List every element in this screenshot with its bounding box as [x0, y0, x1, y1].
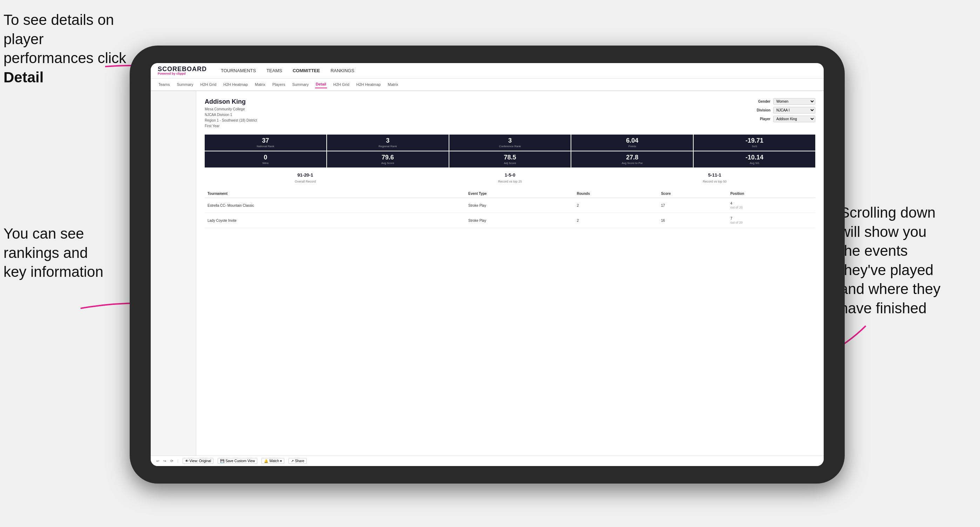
- subnav-h2hheatmap1[interactable]: H2H Heatmap: [223, 81, 248, 88]
- division-select[interactable]: NJCAA I: [773, 107, 815, 114]
- subnav-summary1[interactable]: Summary: [176, 81, 194, 88]
- record-item: 5-11-1Record vs top 50: [614, 172, 815, 184]
- player-control: Player Addison King: [753, 116, 815, 122]
- scoreboard-logo: SCOREBOARD Powered by clippd: [158, 66, 207, 75]
- subnav-h2hgrid2[interactable]: H2H Grid: [332, 81, 350, 88]
- cell-score: 17: [658, 198, 728, 213]
- subnav-players[interactable]: Players: [272, 81, 286, 88]
- player-select-label: Player: [753, 117, 770, 121]
- share-label: Share: [295, 459, 304, 463]
- subnav-matrix2[interactable]: Matrix: [387, 81, 399, 88]
- toolbar-redo-icon[interactable]: ↪: [163, 459, 166, 463]
- col-tournament: Tournament: [205, 190, 440, 198]
- cell-tournament: Lady Coyote Invite: [205, 213, 440, 228]
- stat-cell: 3Conference Rank: [449, 135, 571, 151]
- tablet-screen: SCOREBOARD Powered by clippd TOURNAMENTS…: [151, 63, 824, 466]
- cell-rounds: 2: [574, 198, 658, 213]
- subnav-summary2[interactable]: Summary: [292, 81, 310, 88]
- record-item: 91-20-1Overall Record: [205, 172, 406, 184]
- stat-cell: 37National Rank: [205, 135, 326, 151]
- save-custom-label: Save Custom View: [225, 459, 255, 463]
- player-header: Addison King Mesa Community College NJCA…: [205, 98, 815, 129]
- stat-cell: 78.5Adj Score: [449, 151, 571, 167]
- table-row[interactable]: Estrella CC- Mountain Classic Stroke Pla…: [205, 198, 815, 213]
- logo-title: SCOREBOARD: [158, 66, 207, 72]
- cell-tournament: Estrella CC- Mountain Classic: [205, 198, 440, 213]
- annotation-top-left-bold: Detail: [3, 69, 43, 86]
- player-year: First Year: [205, 123, 257, 129]
- nav-teams[interactable]: TEAMS: [266, 68, 282, 73]
- nav-committee[interactable]: COMMITTEE: [293, 68, 320, 73]
- player-select[interactable]: Addison King: [773, 116, 815, 122]
- main-nav: TOURNAMENTS TEAMS COMMITTEE RANKINGS: [221, 68, 354, 73]
- stat-cell: 27.8Avg Score to Par: [571, 151, 693, 167]
- annotation-right-3: the events: [840, 243, 908, 259]
- cell-event-type: Stroke Play: [466, 213, 574, 228]
- cell-position: 7out of 20: [728, 213, 815, 228]
- subnav-h2hheatmap2[interactable]: H2H Heatmap: [356, 81, 382, 88]
- app-header: SCOREBOARD Powered by clippd TOURNAMENTS…: [151, 63, 824, 78]
- save-custom-btn[interactable]: 💾 Save Custom View: [218, 458, 257, 464]
- table-row[interactable]: Lady Coyote Invite Stroke Play 2 16 7out…: [205, 213, 815, 228]
- annotation-right-5: and where they: [840, 281, 940, 297]
- gender-control: Gender Women Men: [753, 98, 815, 105]
- annotation-right: Scrolling down will show you the events …: [840, 203, 973, 318]
- logo-powered: Powered by clippd: [158, 72, 207, 75]
- annotation-right-1: Scrolling down: [840, 204, 935, 221]
- stat-cell: 79.6Avg Score: [327, 151, 449, 167]
- subnav-teams[interactable]: Teams: [158, 81, 170, 88]
- nav-tournaments[interactable]: TOURNAMENTS: [221, 68, 256, 73]
- col-score: Score: [658, 190, 728, 198]
- stat-cell: 0Wins: [205, 151, 326, 167]
- division-control: Division NJCAA I: [753, 107, 815, 114]
- annotation-right-2: will show you: [840, 224, 926, 240]
- player-division: NJCAA Division 1: [205, 112, 257, 118]
- stat-cell: 3Regional Rank: [327, 135, 449, 151]
- annotation-right-4: they've played: [840, 262, 933, 278]
- tablet-frame: SCOREBOARD Powered by clippd TOURNAMENTS…: [130, 46, 845, 484]
- stats-row1: 37National Rank3Regional Rank3Conference…: [205, 135, 815, 151]
- col-empty: [440, 190, 466, 198]
- subnav-h2hgrid1[interactable]: H2H Grid: [199, 81, 217, 88]
- toolbar-refresh-icon[interactable]: ⟳: [170, 459, 173, 463]
- toolbar-undo-icon[interactable]: ↩: [156, 459, 159, 463]
- subnav-detail[interactable]: Detail: [315, 81, 327, 88]
- annotation-bottom-left: You can see rankings and key information: [3, 224, 130, 282]
- player-name: Addison King: [205, 98, 257, 105]
- cell-event-type: Stroke Play: [466, 198, 574, 213]
- annotation-bottom-left-1: You can see: [3, 225, 84, 242]
- tournament-table: Tournament Event Type Rounds Score Posit…: [205, 190, 815, 228]
- record-item: 1-5-0Record vs top 25: [409, 172, 611, 184]
- content-area: Addison King Mesa Community College NJCA…: [196, 91, 824, 456]
- gender-select[interactable]: Women Men: [773, 98, 815, 105]
- annotation-bottom-left-2: rankings and: [3, 244, 88, 261]
- sub-nav: Teams Summary H2H Grid H2H Heatmap Matri…: [151, 78, 824, 91]
- player-info: Addison King Mesa Community College NJCA…: [205, 98, 257, 129]
- save-icon: 💾: [220, 459, 224, 463]
- col-event-type: Event Type: [466, 190, 574, 198]
- annotation-top-left-text: To see details on player performances cl…: [3, 11, 126, 66]
- player-college: Mesa Community College: [205, 106, 257, 112]
- watch-chevron: ▾: [280, 459, 282, 463]
- player-controls: Gender Women Men Division NJCAA I: [753, 98, 815, 129]
- cell-score: 16: [658, 213, 728, 228]
- records-section: 91-20-1Overall Record1-5-0Record vs top …: [205, 172, 815, 184]
- nav-rankings[interactable]: RANKINGS: [331, 68, 354, 73]
- stats-row2: 0Wins79.6Avg Score78.5Adj Score27.8Avg S…: [205, 151, 815, 167]
- share-btn[interactable]: ↗ Share: [288, 458, 307, 464]
- annotation-bottom-left-3: key information: [3, 264, 103, 280]
- subnav-matrix1[interactable]: Matrix: [254, 81, 266, 88]
- stat-cell: -10.14Avg SG: [694, 151, 815, 167]
- watch-label: Watch: [269, 459, 279, 463]
- left-sidebar: [151, 91, 196, 456]
- annotation-right-6: have finished: [840, 300, 927, 316]
- player-region: Region 1 - Southwest (18) District: [205, 118, 257, 123]
- view-original-btn[interactable]: 👁 View: Original: [183, 458, 214, 464]
- col-position: Position: [728, 190, 815, 198]
- watch-icon: 🔔: [264, 459, 268, 463]
- share-icon: ↗: [291, 459, 294, 463]
- watch-btn[interactable]: 🔔 Watch ▾: [261, 458, 284, 464]
- stat-cell: 6.04Points: [571, 135, 693, 151]
- view-original-label: View: Original: [189, 459, 212, 463]
- bottom-toolbar: ↩ ↪ ⟳ | 👁 View: Original 💾 Save Custom V…: [151, 456, 824, 466]
